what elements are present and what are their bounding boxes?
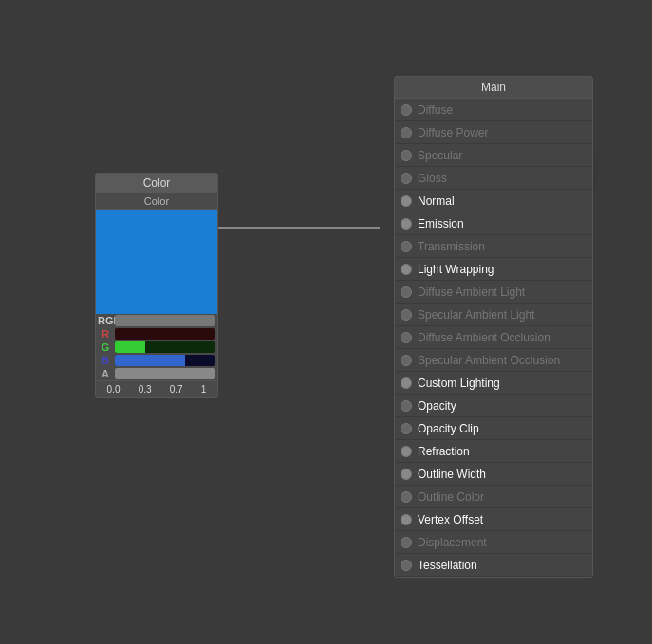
panel-item-diffuse-power[interactable]: Diffuse Power [395, 121, 592, 144]
socket-diffuse [401, 104, 412, 116]
label-diffuse-ambient-light: Diffuse Ambient Light [418, 285, 587, 299]
label-refraction: Refraction [418, 445, 587, 458]
a-bar[interactable] [115, 368, 215, 379]
socket-gloss [401, 173, 412, 184]
socket-outline-width [401, 469, 412, 480]
label-opacity-clip: Opacity Clip [418, 422, 587, 435]
main-panel: Main DiffuseDiffuse PowerSpecularGlossNo… [394, 76, 593, 578]
label-specular-ambient-occlusion: Specular Ambient Occlusion [418, 354, 587, 367]
g-value: 0.3 [139, 384, 152, 395]
label-specular: Specular [418, 149, 587, 162]
socket-displacement [401, 537, 412, 548]
panel-item-light-wrapping[interactable]: Light Wrapping [395, 258, 592, 281]
label-normal: Normal [418, 194, 587, 208]
r-channel-row[interactable]: R [96, 327, 217, 340]
label-outline-width: Outline Width [418, 468, 587, 481]
panel-item-transmission[interactable]: Transmission [395, 235, 592, 258]
panel-item-specular[interactable]: Specular [395, 144, 592, 167]
b-value: 0.7 [170, 384, 183, 395]
panel-item-normal[interactable]: Normal [395, 190, 592, 212]
socket-refraction [401, 446, 412, 457]
label-custom-lighting: Custom Lighting [418, 377, 587, 390]
label-opacity: Opacity [418, 399, 587, 413]
panel-item-vertex-offset[interactable]: Vertex Offset [395, 508, 592, 531]
socket-specular [401, 150, 412, 161]
r-bar[interactable] [115, 328, 215, 340]
socket-opacity-clip [401, 423, 412, 434]
socket-vertex-offset [401, 514, 412, 525]
label-light-wrapping: Light Wrapping [418, 263, 587, 276]
label-displacement: Displacement [418, 536, 587, 549]
label-diffuse: Diffuse [418, 103, 587, 117]
socket-specular-ambient-occlusion [401, 355, 412, 366]
socket-opacity [401, 400, 412, 412]
panel-item-outline-width[interactable]: Outline Width [395, 463, 592, 486]
socket-tessellation [401, 560, 412, 571]
label-gloss: Gloss [418, 172, 587, 185]
label-vertex-offset: Vertex Offset [418, 513, 587, 526]
b-label: B [98, 355, 113, 366]
panel-item-diffuse[interactable]: Diffuse [395, 99, 592, 121]
label-tessellation: Tessellation [418, 559, 587, 572]
panel-item-refraction[interactable]: Refraction [395, 440, 592, 463]
socket-transmission [401, 241, 412, 252]
label-emission: Emission [418, 217, 587, 230]
rgb-label: RGB [98, 315, 113, 326]
a-label: A [98, 368, 113, 379]
panel-item-diffuse-ambient-light[interactable]: Diffuse Ambient Light [395, 281, 592, 304]
panel-item-outline-color[interactable]: Outline Color [395, 486, 592, 508]
label-specular-ambient-light: Specular Ambient Light [418, 308, 587, 322]
panel-item-tessellation[interactable]: Tessellation [395, 554, 592, 577]
panel-item-specular-ambient-occlusion[interactable]: Specular Ambient Occlusion [395, 349, 592, 372]
label-diffuse-ambient-occlusion: Diffuse Ambient Occlusion [418, 331, 587, 344]
panel-item-specular-ambient-light[interactable]: Specular Ambient Light [395, 304, 592, 326]
panel-item-displacement[interactable]: Displacement [395, 531, 592, 554]
color-panel: Color Color RGB R G B A 0.0 0.3 [95, 173, 218, 398]
rgb-bar[interactable] [115, 315, 215, 326]
rgb-channel-row[interactable]: RGB [96, 314, 217, 327]
connector-line-area [218, 222, 380, 233]
panel-item-diffuse-ambient-occlusion[interactable]: Diffuse Ambient Occlusion [395, 326, 592, 349]
socket-outline-color [401, 491, 412, 503]
b-bar[interactable] [115, 355, 215, 366]
main-panel-title: Main [395, 77, 592, 99]
a-channel-row[interactable]: A [96, 367, 217, 380]
g-bar[interactable] [115, 341, 215, 353]
socket-light-wrapping [401, 264, 412, 275]
color-swatch[interactable] [96, 210, 217, 314]
panel-item-custom-lighting[interactable]: Custom Lighting [395, 372, 592, 395]
connector-line [218, 227, 380, 229]
panel-item-gloss[interactable]: Gloss [395, 167, 592, 190]
panel-items-container: DiffuseDiffuse PowerSpecularGlossNormalE… [395, 99, 592, 577]
socket-normal [401, 195, 412, 207]
panel-item-emission[interactable]: Emission [395, 212, 592, 235]
g-label: G [98, 341, 113, 353]
color-panel-label: Color [96, 193, 217, 210]
b-channel-row[interactable]: B [96, 354, 217, 367]
socket-diffuse-power [401, 127, 412, 138]
r-label: R [98, 328, 113, 340]
socket-diffuse-ambient-light [401, 286, 412, 298]
label-transmission: Transmission [418, 240, 587, 253]
panel-item-opacity-clip[interactable]: Opacity Clip [395, 417, 592, 440]
r-value: 0.0 [107, 384, 121, 395]
socket-emission [401, 218, 412, 230]
socket-custom-lighting [401, 377, 412, 389]
a-value: 1 [201, 384, 207, 395]
socket-diffuse-ambient-occlusion [401, 332, 412, 343]
label-diffuse-power: Diffuse Power [418, 126, 587, 139]
color-panel-title: Color [96, 174, 217, 193]
label-outline-color: Outline Color [418, 490, 587, 504]
rgba-values: 0.0 0.3 0.7 1 [96, 380, 217, 397]
g-channel-row[interactable]: G [96, 340, 217, 354]
panel-item-opacity[interactable]: Opacity [395, 395, 592, 417]
socket-specular-ambient-light [401, 309, 412, 321]
